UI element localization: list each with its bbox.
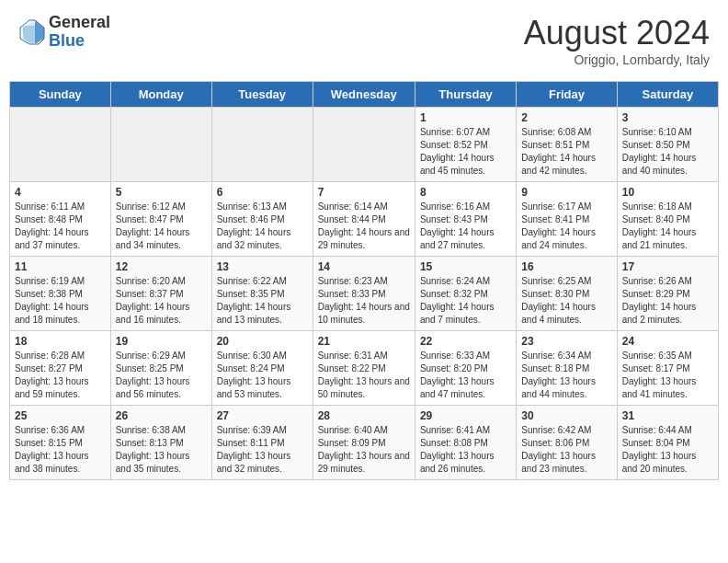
weekday-header-row: SundayMondayTuesdayWednesdayThursdayFrid… (10, 82, 719, 108)
day-info: Sunrise: 6:19 AM Sunset: 8:38 PM Dayligh… (15, 275, 106, 327)
day-cell-31: 31Sunrise: 6:44 AM Sunset: 8:04 PM Dayli… (617, 406, 718, 480)
day-cell-11: 11Sunrise: 6:19 AM Sunset: 8:38 PM Dayli… (10, 257, 111, 331)
day-cell-24: 24Sunrise: 6:35 AM Sunset: 8:17 PM Dayli… (617, 331, 718, 406)
day-number: 22 (420, 335, 511, 348)
empty-cell (110, 108, 211, 182)
day-info: Sunrise: 6:34 AM Sunset: 8:18 PM Dayligh… (521, 350, 611, 401)
day-cell-16: 16Sunrise: 6:25 AM Sunset: 8:30 PM Dayli… (517, 257, 617, 331)
day-number: 18 (15, 335, 106, 348)
day-cell-5: 5Sunrise: 6:12 AM Sunset: 8:47 PM Daylig… (110, 182, 211, 257)
day-info: Sunrise: 6:10 AM Sunset: 8:50 PM Dayligh… (622, 126, 713, 178)
day-info: Sunrise: 6:41 AM Sunset: 8:08 PM Dayligh… (420, 424, 511, 476)
logo-general: General (49, 14, 110, 32)
day-cell-12: 12Sunrise: 6:20 AM Sunset: 8:37 PM Dayli… (110, 257, 211, 331)
day-number: 23 (521, 335, 611, 348)
day-info: Sunrise: 6:07 AM Sunset: 8:52 PM Dayligh… (420, 126, 511, 178)
day-info: Sunrise: 6:38 AM Sunset: 8:13 PM Dayligh… (116, 424, 207, 476)
weekday-header-thursday: Thursday (415, 82, 516, 108)
day-number: 8 (420, 186, 511, 199)
month-title: August 2024 (524, 14, 710, 52)
day-cell-14: 14Sunrise: 6:23 AM Sunset: 8:33 PM Dayli… (313, 257, 415, 331)
weekday-header-sunday: Sunday (10, 82, 111, 108)
day-info: Sunrise: 6:39 AM Sunset: 8:11 PM Dayligh… (217, 424, 308, 476)
logo-text: General Blue (49, 14, 110, 51)
day-number: 12 (116, 260, 207, 273)
day-cell-9: 9Sunrise: 6:17 AM Sunset: 8:41 PM Daylig… (517, 182, 617, 257)
day-cell-23: 23Sunrise: 6:34 AM Sunset: 8:18 PM Dayli… (517, 331, 617, 406)
week-row-2: 4Sunrise: 6:11 AM Sunset: 8:48 PM Daylig… (10, 182, 719, 257)
day-cell-8: 8Sunrise: 6:16 AM Sunset: 8:43 PM Daylig… (415, 182, 516, 257)
day-cell-17: 17Sunrise: 6:26 AM Sunset: 8:29 PM Dayli… (617, 257, 718, 331)
day-number: 5 (116, 186, 207, 199)
empty-cell (313, 108, 415, 182)
title-area: August 2024 Origgio, Lombardy, Italy (524, 14, 710, 67)
day-number: 19 (116, 335, 207, 348)
day-cell-15: 15Sunrise: 6:24 AM Sunset: 8:32 PM Dayli… (415, 257, 516, 331)
day-number: 20 (217, 335, 308, 348)
day-info: Sunrise: 6:23 AM Sunset: 8:33 PM Dayligh… (318, 275, 410, 327)
day-info: Sunrise: 6:42 AM Sunset: 8:06 PM Dayligh… (521, 424, 611, 476)
page-header: General Blue August 2024 Origgio, Lombar… (9, 9, 719, 72)
calendar-table: SundayMondayTuesdayWednesdayThursdayFrid… (9, 81, 719, 480)
day-cell-6: 6Sunrise: 6:13 AM Sunset: 8:46 PM Daylig… (211, 182, 313, 257)
day-cell-27: 27Sunrise: 6:39 AM Sunset: 8:11 PM Dayli… (211, 406, 313, 480)
day-number: 2 (521, 111, 611, 124)
day-cell-1: 1Sunrise: 6:07 AM Sunset: 8:52 PM Daylig… (415, 108, 516, 182)
day-number: 7 (318, 186, 410, 199)
day-cell-2: 2Sunrise: 6:08 AM Sunset: 8:51 PM Daylig… (517, 108, 617, 182)
day-number: 21 (318, 335, 410, 348)
day-number: 30 (521, 409, 611, 422)
day-info: Sunrise: 6:22 AM Sunset: 8:35 PM Dayligh… (217, 275, 308, 327)
day-number: 11 (15, 260, 106, 273)
week-row-1: 1Sunrise: 6:07 AM Sunset: 8:52 PM Daylig… (10, 108, 719, 182)
day-cell-4: 4Sunrise: 6:11 AM Sunset: 8:48 PM Daylig… (10, 182, 111, 257)
day-info: Sunrise: 6:44 AM Sunset: 8:04 PM Dayligh… (622, 424, 713, 476)
day-info: Sunrise: 6:36 AM Sunset: 8:15 PM Dayligh… (15, 424, 106, 476)
day-info: Sunrise: 6:13 AM Sunset: 8:46 PM Dayligh… (217, 201, 308, 252)
logo-icon (18, 18, 46, 46)
day-info: Sunrise: 6:11 AM Sunset: 8:48 PM Dayligh… (15, 201, 106, 252)
empty-cell (211, 108, 313, 182)
day-info: Sunrise: 6:33 AM Sunset: 8:20 PM Dayligh… (420, 350, 511, 401)
logo-blue: Blue (49, 32, 110, 51)
day-info: Sunrise: 6:28 AM Sunset: 8:27 PM Dayligh… (15, 350, 106, 401)
day-info: Sunrise: 6:29 AM Sunset: 8:25 PM Dayligh… (116, 350, 207, 401)
day-cell-28: 28Sunrise: 6:40 AM Sunset: 8:09 PM Dayli… (313, 406, 415, 480)
day-info: Sunrise: 6:30 AM Sunset: 8:24 PM Dayligh… (217, 350, 308, 401)
day-cell-25: 25Sunrise: 6:36 AM Sunset: 8:15 PM Dayli… (10, 406, 111, 480)
day-cell-30: 30Sunrise: 6:42 AM Sunset: 8:06 PM Dayli… (517, 406, 617, 480)
week-row-4: 18Sunrise: 6:28 AM Sunset: 8:27 PM Dayli… (10, 331, 719, 406)
day-cell-7: 7Sunrise: 6:14 AM Sunset: 8:44 PM Daylig… (313, 182, 415, 257)
weekday-header-wednesday: Wednesday (313, 82, 415, 108)
day-number: 1 (420, 111, 511, 124)
day-info: Sunrise: 6:40 AM Sunset: 8:09 PM Dayligh… (318, 424, 410, 476)
day-number: 3 (622, 111, 713, 124)
day-cell-22: 22Sunrise: 6:33 AM Sunset: 8:20 PM Dayli… (415, 331, 516, 406)
day-number: 29 (420, 409, 511, 422)
day-number: 14 (318, 260, 410, 273)
day-number: 4 (15, 186, 106, 199)
day-number: 13 (217, 260, 308, 273)
location-subtitle: Origgio, Lombardy, Italy (524, 52, 710, 67)
day-number: 6 (217, 186, 308, 199)
day-number: 31 (622, 409, 713, 422)
day-cell-10: 10Sunrise: 6:18 AM Sunset: 8:40 PM Dayli… (617, 182, 718, 257)
day-info: Sunrise: 6:12 AM Sunset: 8:47 PM Dayligh… (116, 201, 207, 252)
day-cell-19: 19Sunrise: 6:29 AM Sunset: 8:25 PM Dayli… (110, 331, 211, 406)
day-number: 24 (622, 335, 713, 348)
day-number: 25 (15, 409, 106, 422)
day-number: 27 (217, 409, 308, 422)
day-number: 9 (521, 186, 611, 199)
week-row-5: 25Sunrise: 6:36 AM Sunset: 8:15 PM Dayli… (10, 406, 719, 480)
day-info: Sunrise: 6:17 AM Sunset: 8:41 PM Dayligh… (521, 201, 611, 252)
day-number: 26 (116, 409, 207, 422)
week-row-3: 11Sunrise: 6:19 AM Sunset: 8:38 PM Dayli… (10, 257, 719, 331)
day-number: 15 (420, 260, 511, 273)
day-number: 28 (318, 409, 410, 422)
day-cell-18: 18Sunrise: 6:28 AM Sunset: 8:27 PM Dayli… (10, 331, 111, 406)
day-info: Sunrise: 6:24 AM Sunset: 8:32 PM Dayligh… (420, 275, 511, 327)
day-cell-21: 21Sunrise: 6:31 AM Sunset: 8:22 PM Dayli… (313, 331, 415, 406)
day-number: 10 (622, 186, 713, 199)
day-info: Sunrise: 6:26 AM Sunset: 8:29 PM Dayligh… (622, 275, 713, 327)
day-cell-20: 20Sunrise: 6:30 AM Sunset: 8:24 PM Dayli… (211, 331, 313, 406)
